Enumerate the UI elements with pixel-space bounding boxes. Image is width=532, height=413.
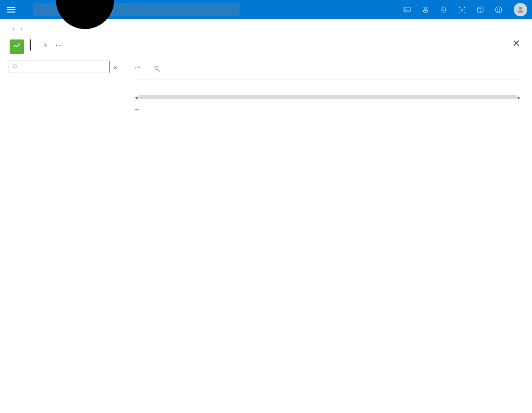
main-content: ◄ ► bbox=[122, 61, 532, 407]
avatar[interactable] bbox=[514, 3, 527, 16]
svg-point-15 bbox=[157, 67, 157, 68]
svg-point-13 bbox=[155, 66, 158, 70]
refresh-button[interactable] bbox=[134, 65, 144, 73]
more-icon[interactable]: ··· bbox=[56, 41, 64, 49]
svg-point-11 bbox=[13, 65, 16, 68]
toolbar bbox=[134, 61, 521, 79]
hamburger-menu-icon[interactable] bbox=[5, 5, 17, 14]
global-search-input[interactable] bbox=[153, 6, 236, 14]
svg-line-12 bbox=[16, 68, 18, 69]
svg-rect-2 bbox=[404, 7, 410, 12]
feedback-icon bbox=[154, 65, 162, 73]
notifications-icon[interactable] bbox=[435, 0, 452, 19]
search-icon bbox=[37, 0, 153, 68]
chevron-right-icon: › bbox=[20, 25, 22, 32]
table-horizontal-scrollbar[interactable]: ◄ ► bbox=[134, 95, 521, 100]
page-title: | bbox=[29, 38, 32, 51]
collapse-sidebar-icon[interactable]: « bbox=[114, 64, 117, 71]
svg-point-8 bbox=[497, 9, 497, 9]
plus-icon bbox=[134, 106, 140, 113]
svg-point-10 bbox=[519, 7, 522, 10]
svg-point-6 bbox=[480, 11, 481, 12]
pin-icon[interactable] bbox=[42, 41, 49, 49]
add-diagnostic-setting-button[interactable] bbox=[134, 106, 521, 113]
svg-point-4 bbox=[461, 9, 463, 11]
scroll-right-icon[interactable]: ► bbox=[517, 95, 521, 100]
directories-icon[interactable] bbox=[417, 0, 434, 19]
global-search[interactable] bbox=[33, 3, 240, 16]
scroll-left-icon[interactable]: ◄ bbox=[134, 95, 139, 100]
header-icon-group bbox=[398, 0, 507, 19]
sidebar: « bbox=[0, 61, 122, 407]
sidebar-search[interactable] bbox=[9, 61, 110, 73]
help-icon[interactable] bbox=[471, 0, 489, 19]
svg-line-1 bbox=[109, 24, 133, 48]
sidebar-search-input[interactable] bbox=[21, 63, 106, 71]
svg-point-14 bbox=[156, 67, 156, 68]
feedback-button[interactable] bbox=[154, 65, 165, 73]
close-icon[interactable]: ✕ bbox=[512, 38, 522, 49]
global-header bbox=[0, 0, 532, 19]
page-header-actions: ··· bbox=[42, 41, 64, 49]
resource-type-icon bbox=[10, 39, 24, 54]
feedback-smiley-icon[interactable] bbox=[490, 0, 507, 19]
diagnostic-settings-table bbox=[134, 87, 521, 95]
cloud-shell-icon[interactable] bbox=[398, 0, 416, 19]
search-icon bbox=[12, 64, 19, 70]
settings-icon[interactable] bbox=[453, 0, 470, 19]
chevron-right-icon: › bbox=[13, 25, 14, 32]
refresh-icon bbox=[134, 65, 141, 73]
svg-point-0 bbox=[56, 0, 114, 29]
svg-point-7 bbox=[495, 7, 502, 13]
empty-state-text bbox=[134, 87, 521, 95]
table-row bbox=[134, 87, 521, 95]
svg-point-9 bbox=[499, 9, 500, 9]
